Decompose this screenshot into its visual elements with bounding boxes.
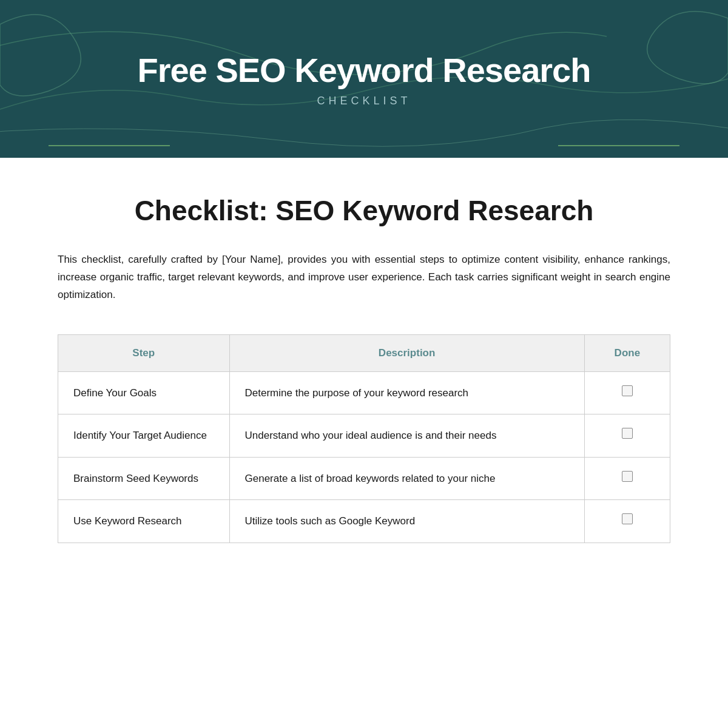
col-header-done: Done [584,334,670,371]
cell-description: Understand who your ideal audience is an… [229,414,584,458]
cell-step: Identify Your Target Audience [58,414,230,458]
cell-step: Brainstorm Seed Keywords [58,457,230,500]
cell-description: Utilize tools such as Google Keyword [229,500,584,543]
table-header-row: Step Description Done [58,334,670,371]
checklist-table: Step Description Done Define Your GoalsD… [58,334,670,543]
done-checkbox[interactable] [622,428,633,439]
table-row: Use Keyword ResearchUtilize tools such a… [58,500,670,543]
page-header: Free SEO Keyword Research CHECKLIST [0,0,728,158]
cell-step: Define Your Goals [58,371,230,414]
table-row: Define Your GoalsDetermine the purpose o… [58,371,670,414]
description-text: This checklist, carefully crafted by [Yo… [58,251,670,304]
col-header-description: Description [229,334,584,371]
done-checkbox[interactable] [622,385,633,396]
done-checkbox[interactable] [622,513,633,524]
cell-done [584,500,670,543]
page-title: Checklist: SEO Keyword Research [58,194,670,227]
cell-done [584,457,670,500]
cell-done [584,414,670,458]
main-content: Checklist: SEO Keyword Research This che… [0,158,728,580]
cell-step: Use Keyword Research [58,500,230,543]
header-title: Free SEO Keyword Research [138,50,591,90]
done-checkbox[interactable] [622,471,633,482]
cell-description: Generate a list of broad keywords relate… [229,457,584,500]
table-row: Brainstorm Seed KeywordsGenerate a list … [58,457,670,500]
header-subtitle: CHECKLIST [317,95,411,107]
col-header-step: Step [58,334,230,371]
cell-description: Determine the purpose of your keyword re… [229,371,584,414]
table-row: Identify Your Target AudienceUnderstand … [58,414,670,458]
cell-done [584,371,670,414]
